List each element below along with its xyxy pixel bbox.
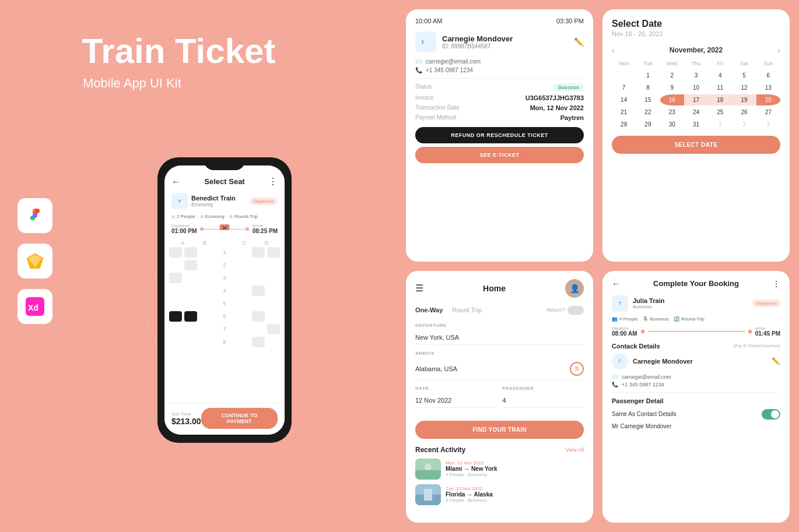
trip-type: Round-Trip [681,316,705,322]
booking-arr-box: Arrive 01:45 PM [755,326,780,337]
calendar-next-button[interactable]: › [777,45,780,55]
return-toggle-switch[interactable] [567,306,584,315]
email-icon: ✉️ [415,58,422,65]
divider [415,78,584,79]
arrive-input[interactable]: Alabama, USA ⇅ [415,358,584,380]
seat-row: 4 [169,286,280,296]
back-button[interactable]: ← [171,177,181,187]
phone-notch [204,157,245,170]
phone-screen: ← Select Seat ⋮ T Benedict Train Economy… [164,165,285,435]
svg-text:T: T [421,40,425,45]
passenger-section-title: Passenger Detail [612,397,780,404]
contact-section-header: Contack Details (For E-Ticket/Voucher) [612,343,780,350]
booking-phone-text: +1 345 0987 1234 [622,382,664,387]
arr-time: 08:25 PM [253,228,278,234]
booking-contact-details: ✉️ carnegie@email.com 📞 +1 345 0987 1234 [612,374,780,387]
refund-button[interactable]: REFUND OR RESCHEDULE TICKET [415,127,584,143]
calendar-week: 1 2 3 4 5 6 [612,70,780,81]
activity-meta-2: 2 People · Business [446,498,584,503]
calendar-subtitle: Nov 16 - 20, 2022 [612,30,780,37]
seat-column-headers: A B C D [164,238,285,247]
eticket-button[interactable]: SEE E-TICKET [415,147,584,163]
passenger-name: Mr Carnegie Mondover [612,423,780,429]
calendar-month: November, 2022 [670,46,723,54]
view-all-link[interactable]: View All [566,447,584,453]
activity-item-1: Mon, 12 Nov 2022 Miami → New York 4 Peop… [415,459,584,480]
seat-row: 8 [169,337,280,347]
activity-info-2: Tue, 13 Nov 2022 Florida → Alaska 2 Peop… [446,486,584,503]
trip-chip: 🔄 Round-Trip [674,316,705,322]
figma-icon[interactable] [17,198,52,233]
return-toggle: Return? [546,306,584,315]
train-name-box: Benedict Train Economy [191,195,246,207]
status-label: Status [415,83,432,91]
find-train-button[interactable]: FIND YOUR TRAIN [415,421,584,439]
one-way-tab[interactable]: One-Way [415,306,443,313]
date-input[interactable]: 12 Nov 2022 [415,393,497,408]
contact-section-note: (For E-Ticket/Voucher) [734,343,780,348]
return-label: Return? [546,307,565,313]
people-count: 4 People [619,316,638,322]
arrival-time: 03:30 PM [556,17,584,24]
trip-type-selector: One-Way Rount Trip Return? [415,306,584,315]
screen-title: Select Seat [204,177,244,186]
calendar-week: 7 8 9 10 11 12 13 [612,82,780,93]
menu-icon[interactable]: ☰ [415,283,423,294]
sketch-icon[interactable] [17,244,52,279]
calendar-prev-button[interactable]: ‹ [612,45,615,55]
receipt-person-info: Carnegie Mondover ID: 89987B544587 [442,34,513,50]
booking-menu-button[interactable]: ⋮ [772,279,780,288]
arrive-label: ARRIVE [415,351,584,356]
calendar-day-headers: Mon Tue Wed Thu Fri Sat Sun [612,61,780,66]
booking-chips: 👥 4 People 🪑 Business 🔄 Round-Trip [612,316,780,322]
status-row: Status Success [415,83,584,91]
svg-point-11 [425,463,432,470]
activity-date-2: Tue, 13 Nov 2022 [446,486,584,491]
route-row: Departure 01:00 PM 🚂 Arrive 08:25 PM [164,223,285,238]
departure-time: 10:00 AM [415,17,442,24]
passenger-input[interactable]: 4 [503,393,584,408]
activity-thumb-1 [415,459,441,480]
booking-departure-badge: Departure [752,300,780,307]
passenger-label: PASSENGER [503,386,584,391]
date-section: DATE 12 Nov 2022 [415,386,497,408]
email-text: carnegie@email.com [426,58,481,65]
same-contact-toggle[interactable] [762,409,780,420]
hero-subtitle: Mobile App UI Kit [83,76,181,91]
people-chip: 2 People [171,214,195,219]
user-avatar[interactable]: 👤 [565,279,584,298]
round-trip-tab[interactable]: Rount Trip [452,306,482,313]
booking-dep-label: Dapature [612,326,637,330]
date-passenger-row: DATE 12 Nov 2022 PASSENGER 4 [415,386,584,414]
contact-edit-icon[interactable]: ✏️ [772,357,780,365]
subtotal-box: Sub Total $213.00 [171,411,201,426]
menu-button[interactable]: ⋮ [268,176,278,187]
booking-contact-name-box: Carnegie Mondover [633,358,693,365]
xd-icon[interactable]: Xd [17,289,52,324]
transaction-value: Mon, 12 Nov 2022 [530,104,584,111]
svg-rect-10 [415,470,441,480]
continue-payment-button[interactable]: CONTINUE TO PAYMENT [201,408,278,429]
phone-mockup: ← Select Seat ⋮ T Benedict Train Economy… [157,157,292,443]
booking-train-class: Business [633,304,664,309]
select-date-button[interactable]: SELECT DATE [612,136,780,154]
departure-input[interactable]: New York, USA [415,330,584,345]
edit-icon[interactable]: ✏️ [574,37,584,47]
activity-info-1: Mon, 12 Nov 2022 Miami → New York 4 Peop… [446,460,584,477]
payment-row: Paymet Method Paytren [415,114,584,121]
invoice-row: Invoice U3G6537JJHG3783 [415,94,584,101]
email-item: ✉️ carnegie@email.com [415,58,584,65]
route-end-dot [748,330,752,333]
booking-back-button[interactable]: ← [612,279,620,288]
phone-frame: ← Select Seat ⋮ T Benedict Train Economy… [157,157,292,443]
swap-icon[interactable]: ⇅ [570,362,584,376]
receipt-times: 10:00 AM 03:30 PM [415,17,584,24]
booking-contact-name: Carnegie Mondover [633,358,693,365]
passenger-value: 4 [503,397,506,404]
phone-text: +1 345 0987 1234 [426,67,473,73]
booking-train-name-box: Julia Train Business [633,297,664,309]
phone-item: 📞 +1 345 0987 1234 [415,67,584,73]
train-logo: T [171,193,188,209]
home-card: ☰ Home 👤 One-Way Rount Trip Return? DEPA… [406,271,593,523]
seat-row: 2 [169,260,280,270]
